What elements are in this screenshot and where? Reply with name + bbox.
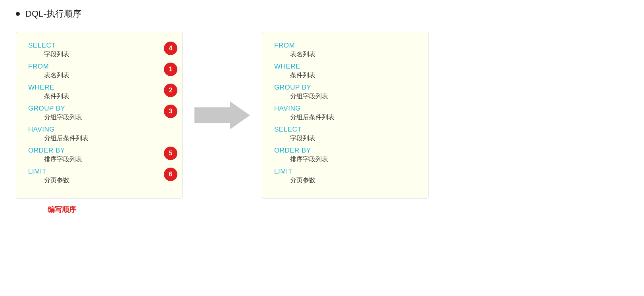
order-badge: 1 [164, 63, 177, 76]
left-sql-box: SELECT字段列表4FROM表名列表1WHERE条件列表2GROUP BY分组… [16, 32, 183, 199]
sql-keyword: LIMIT [28, 168, 170, 176]
sql-desc: 排序字段列表 [274, 155, 412, 164]
sql-keyword: ORDER BY [28, 147, 170, 155]
sql-item: GROUP BY分组字段列表3 [28, 105, 170, 122]
order-badge: 6 [164, 168, 177, 181]
sql-keyword: LIMIT [274, 168, 412, 176]
sql-desc: 分组字段列表 [274, 92, 412, 101]
order-badge: 2 [164, 84, 177, 97]
right-sql-box: FROM表名列表WHERE条件列表GROUP BY分组字段列表HAVING分组后… [262, 32, 429, 199]
sql-item: LIMIT分页参数6 [28, 168, 170, 185]
sql-item: WHERE条件列表 [274, 63, 412, 80]
sql-item: ORDER BY排序字段列表 [274, 147, 412, 164]
sql-desc: 分页参数 [274, 176, 412, 185]
sql-item: GROUP BY分组字段列表 [274, 84, 412, 101]
sql-keyword: ORDER BY [274, 147, 412, 155]
sql-item: SELECT字段列表4 [28, 42, 170, 59]
sql-item: WHERE条件列表2 [28, 84, 170, 101]
sql-keyword: FROM [274, 42, 412, 50]
sql-desc: 条件列表 [274, 71, 412, 80]
sql-keyword: GROUP BY [274, 84, 412, 92]
sql-desc: 分组后条件列表 [274, 113, 412, 122]
sql-keyword: WHERE [274, 63, 412, 71]
sql-keyword: SELECT [28, 42, 170, 50]
sql-item: LIMIT分页参数 [274, 168, 412, 185]
sql-keyword: GROUP BY [28, 105, 170, 113]
sql-item: HAVING分组后条件列表 [274, 105, 412, 122]
sql-desc: 条件列表 [28, 92, 170, 101]
caption-label: 编写顺序 [16, 205, 76, 214]
sql-desc: 字段列表 [274, 134, 412, 143]
sql-item: HAVING分组后条件列表 [28, 126, 170, 143]
sql-desc: 分页参数 [28, 176, 170, 185]
sql-desc: 表名列表 [274, 50, 412, 59]
sql-keyword: FROM [28, 63, 170, 71]
arrow-icon [194, 101, 250, 129]
sql-item: ORDER BY排序字段列表5 [28, 147, 170, 164]
page-title: DQL-执行顺序 [25, 8, 81, 20]
sql-desc: 表名列表 [28, 71, 170, 80]
order-badge: 5 [164, 147, 177, 160]
sql-desc: 分组后条件列表 [28, 134, 170, 143]
order-badge: 4 [164, 42, 177, 55]
sql-item: FROM表名列表1 [28, 63, 170, 80]
title-row: DQL-执行顺序 [16, 8, 628, 20]
sql-keyword: WHERE [28, 84, 170, 92]
sql-desc: 排序字段列表 [28, 155, 170, 164]
order-badge: 3 [164, 105, 177, 118]
sql-item: FROM表名列表 [274, 42, 412, 59]
bullet-icon [16, 12, 20, 16]
svg-marker-0 [194, 101, 250, 129]
sql-desc: 字段列表 [28, 50, 170, 59]
caption-row: 编写顺序 [16, 205, 628, 214]
sql-item: SELECT字段列表 [274, 126, 412, 143]
arrow-container [183, 101, 262, 129]
main-content: SELECT字段列表4FROM表名列表1WHERE条件列表2GROUP BY分组… [16, 32, 628, 199]
sql-keyword: HAVING [28, 126, 170, 134]
sql-desc: 分组字段列表 [28, 113, 170, 122]
sql-keyword: HAVING [274, 105, 412, 113]
sql-keyword: SELECT [274, 126, 412, 134]
